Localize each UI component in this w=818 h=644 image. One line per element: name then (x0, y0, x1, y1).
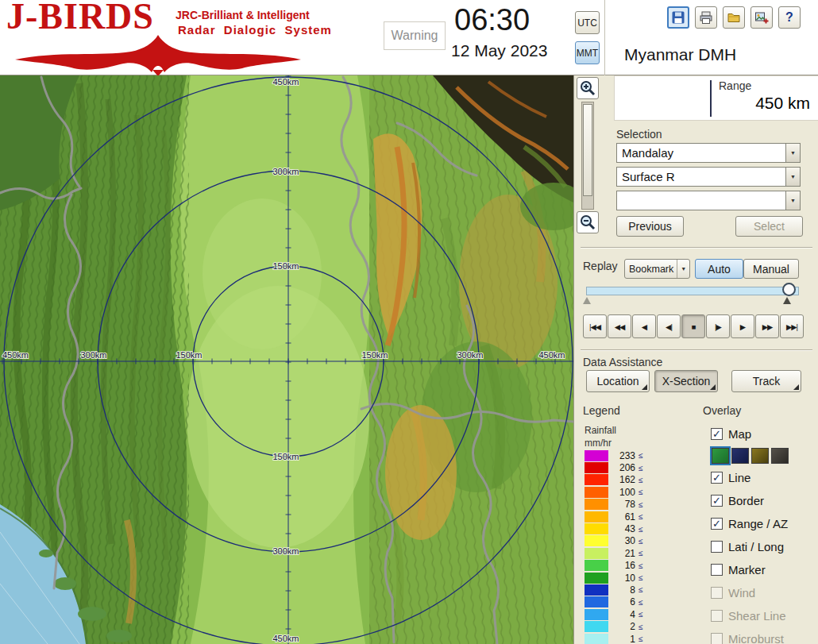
bookmark-button[interactable]: Bookmark ▼ (624, 259, 690, 279)
previous-button[interactable]: Previous (616, 216, 684, 237)
legend-color-swatch (585, 634, 608, 644)
checkbox[interactable]: ✓ (711, 495, 723, 507)
range-divider (710, 80, 712, 117)
manual-mode-button[interactable]: Manual (743, 259, 799, 279)
skip-start-button[interactable]: |◀◀ (583, 314, 607, 338)
checkbox[interactable] (711, 564, 723, 576)
auto-mode-button[interactable]: Auto (695, 259, 743, 279)
timeline-start-marker[interactable] (583, 297, 591, 304)
map-style-navy[interactable] (731, 448, 749, 464)
stop-button[interactable]: ■ (681, 314, 705, 338)
checkbox[interactable]: ✓ (711, 428, 723, 440)
mmt-button[interactable]: MMT (575, 41, 600, 64)
overlay-item-wind[interactable]: Wind (711, 581, 817, 604)
checkbox[interactable] (711, 610, 723, 622)
zoom-in-button[interactable] (577, 77, 599, 99)
overlay-item-microburst[interactable]: Microburst (711, 627, 817, 644)
legend-row: 233≤ (585, 449, 688, 461)
legend-value: 162 (615, 474, 635, 485)
overlay-item-marker[interactable]: Marker (711, 558, 817, 581)
overlay-item-shear-line[interactable]: Shear Line (711, 604, 817, 627)
play-button[interactable]: ▶ (731, 314, 754, 338)
x-section-button-label: X-Section (662, 375, 711, 388)
step-forward-button[interactable]: |▶ (706, 314, 730, 338)
extra-dropdown[interactable]: ▼ (616, 191, 801, 210)
checkbox[interactable] (711, 587, 723, 599)
timeline-end-marker[interactable] (783, 297, 791, 304)
rewind-button[interactable]: ◀◀ (608, 314, 631, 338)
range-box: Range 450 km (614, 75, 818, 121)
rainfall-legend: 233≤206≤162≤100≤78≤61≤43≤30≤21≤16≤10≤8≤6… (585, 449, 688, 644)
legend-lte-symbol: ≤ (639, 561, 643, 570)
legend-color-swatch (585, 474, 608, 485)
select-button[interactable]: Select (735, 216, 803, 237)
station-title: Myanmar DMH (624, 45, 736, 64)
checkbox[interactable]: ✓ (711, 518, 723, 530)
utc-button[interactable]: UTC (575, 11, 600, 34)
map-style-olive[interactable] (751, 448, 769, 464)
legend-row: 6≤ (585, 596, 688, 608)
skip-end-button[interactable]: ▶▶| (780, 314, 804, 338)
checkbox[interactable]: ✓ (711, 472, 723, 484)
legend-value: 10 (615, 573, 635, 584)
range-label: 300km (80, 350, 106, 360)
capture-image-button[interactable] (750, 6, 773, 29)
legend-value: 43 (615, 523, 635, 534)
save-button[interactable] (667, 6, 689, 29)
chevron-down-icon[interactable]: ▼ (785, 168, 800, 186)
checkbox[interactable] (711, 541, 723, 553)
data-assistance-label: Data Assistance (583, 356, 662, 368)
legend-unit-1: Rainfall (585, 425, 616, 436)
playback-controls: |◀◀◀◀◀◀|■|▶▶▶▶▶▶| (583, 314, 804, 338)
save-icon (671, 10, 685, 25)
checkbox[interactable] (711, 633, 723, 644)
legend-value: 30 (615, 535, 635, 546)
legend-row: 4≤ (585, 608, 688, 620)
overlay-item-border[interactable]: ✓Border (711, 489, 817, 512)
radar-display[interactable]: 450km 300km 150km 150km 300km 450km 450k… (0, 75, 573, 644)
range-label: 450km (2, 350, 29, 360)
open-folder-icon (727, 10, 741, 25)
fast-forward-button[interactable]: ▶▶ (755, 314, 779, 338)
replay-slider-thumb[interactable] (782, 283, 796, 296)
overlay-item-line[interactable]: ✓Line (711, 466, 817, 489)
station-dropdown[interactable]: Mandalay ▼ (616, 143, 801, 163)
track-button[interactable]: Track (731, 370, 801, 392)
overlay-item-map[interactable]: ✓Map (711, 422, 817, 445)
product-dropdown-value: Surface R (617, 168, 785, 186)
play-backward-button[interactable]: ◀ (632, 314, 656, 338)
map-style-gray[interactable] (771, 448, 789, 464)
zoom-scrollbar[interactable] (581, 102, 594, 210)
location-button[interactable]: Location (586, 370, 650, 392)
overlay-options: ✓Map✓Line✓Border✓Range / AZLati / LongMa… (711, 422, 817, 644)
map-style-green[interactable] (712, 448, 729, 464)
step-back-button[interactable]: ◀| (657, 314, 681, 338)
help-icon: ? (785, 10, 793, 25)
open-folder-button[interactable] (723, 6, 745, 29)
legend-lte-symbol: ≤ (639, 476, 643, 484)
chevron-down-icon[interactable]: ▼ (785, 144, 800, 162)
range-label: 450km (272, 77, 299, 87)
range-label: 150km (176, 350, 202, 360)
legend-row: 162≤ (585, 474, 688, 486)
overlay-item-label: Border (728, 494, 764, 507)
chevron-down-icon[interactable]: ▼ (785, 191, 800, 210)
overlay-item-label: Map (728, 427, 751, 441)
overlay-item-range-az[interactable]: ✓Range / AZ (711, 512, 817, 535)
separator (581, 247, 812, 249)
zoom-scrollbar-thumb[interactable] (583, 104, 592, 196)
zoom-out-button[interactable] (577, 211, 599, 233)
location-button-label: Location (597, 375, 639, 388)
product-dropdown[interactable]: Surface R ▼ (616, 167, 801, 187)
legend-color-swatch (585, 499, 608, 510)
warning-indicator[interactable]: Warning (384, 21, 446, 50)
replay-timeline-slider[interactable] (586, 287, 799, 295)
legend-value: 2 (615, 621, 635, 632)
selection-label: Selection (616, 128, 662, 141)
track-button-label: Track (753, 375, 780, 388)
help-button[interactable]: ? (778, 6, 801, 29)
overlay-item-lati-long[interactable]: Lati / Long (711, 535, 817, 558)
print-button[interactable] (695, 6, 717, 29)
x-section-button[interactable]: X-Section (654, 370, 718, 392)
range-label: 300km (272, 546, 299, 556)
